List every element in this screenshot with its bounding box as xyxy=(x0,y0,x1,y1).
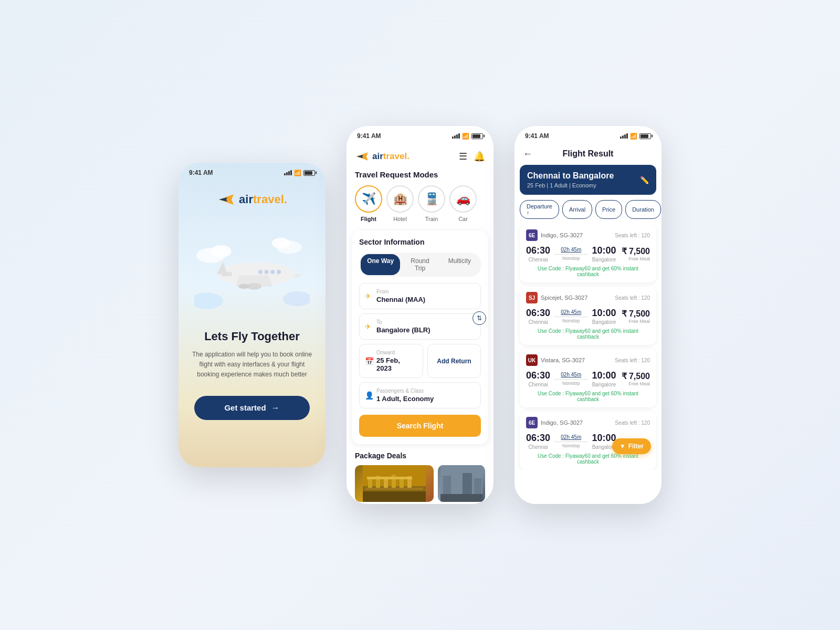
splash-description: The application will help you to book on… xyxy=(189,350,315,380)
travel-modes-title: Travel Request Modes xyxy=(346,170,494,179)
car-icon: 🚗 xyxy=(456,192,470,206)
flight-card-2[interactable]: SJ Spicejet, SG-3027 Seats left : 120 06… xyxy=(520,287,656,345)
status-icons-1: 📶 xyxy=(284,170,315,176)
mode-train[interactable]: 🚆 Train xyxy=(418,185,445,222)
svg-point-13 xyxy=(265,270,269,274)
package-image-1[interactable] xyxy=(355,465,434,502)
swap-button[interactable]: ⇅ xyxy=(472,311,486,325)
mode-car[interactable]: 🚗 Car xyxy=(449,185,477,222)
flight-mode-label: Flight xyxy=(361,216,376,222)
signal-icon-3 xyxy=(620,133,628,139)
mode-flight[interactable]: ✈️ Flight xyxy=(355,185,382,222)
menu-icon[interactable]: ☰ xyxy=(459,151,467,162)
logo-text: airtravel. xyxy=(239,193,287,206)
to-field[interactable]: ✈ To Bangalore (BLR) xyxy=(359,313,481,340)
from-field[interactable]: ✈ From Chennai (MAA) xyxy=(359,283,481,309)
time-2: 9:41 AM xyxy=(357,132,381,140)
train-mode-label: Train xyxy=(425,216,438,222)
travel-modes: ✈️ Flight 🏨 Hotel 🚆 Train 🚗 Ca xyxy=(346,185,494,222)
promo-1: Use Code : Flyaway60 and get 60% instant… xyxy=(526,266,650,277)
flight-card-3[interactable]: UK Vistara, SG-3027 Seats left : 120 06:… xyxy=(520,349,656,407)
status-bar-2: 9:41 AM 📶 xyxy=(346,126,494,143)
package-title: Package Deals xyxy=(355,452,485,460)
svg-rect-22 xyxy=(368,478,372,489)
time-3: 9:41 AM xyxy=(525,132,549,140)
train-mode-icon-wrap: 🚆 xyxy=(418,185,445,213)
time-1: 9:41 AM xyxy=(189,169,213,176)
person-icon: 👤 xyxy=(365,391,374,400)
sector-title: Sector Information xyxy=(359,238,481,246)
onward-date-field[interactable]: 📅 Onward 25 Feb, 2023 xyxy=(359,344,423,378)
filter-arrival[interactable]: Arrival xyxy=(562,200,592,219)
airline-name-1: Indigo, SG-3027 xyxy=(541,232,583,238)
passengers-label: Passengers & Class xyxy=(376,388,474,394)
onward-value: 25 Feb, 2023 xyxy=(376,356,416,372)
route-details: 25 Feb | 1 Adult | Economy xyxy=(527,182,614,188)
tab-round-trip[interactable]: Round Trip xyxy=(400,254,439,275)
airline-name-4: Indigo, SG-3027 xyxy=(541,419,583,426)
plane-illustration xyxy=(194,219,310,324)
price-2: ₹ 7,500 Free Meal xyxy=(622,309,650,324)
splash-content: airtravel. xyxy=(178,180,326,463)
plane-svg xyxy=(194,219,310,324)
route-name: Chennai to Bangalore xyxy=(527,171,614,181)
hotel-mode-label: Hotel xyxy=(393,216,407,222)
filter-icon: ▼ xyxy=(620,443,626,450)
flight-card-4-top: 6E Indigo, SG-3027 Seats left : 120 xyxy=(526,417,650,428)
signal-icon xyxy=(284,170,292,175)
signal-icon-2 xyxy=(452,133,460,139)
price-1: ₹ 7,500 Free Meal xyxy=(622,246,650,261)
onward-label: Onward xyxy=(376,350,416,355)
filter-price[interactable]: Price xyxy=(595,200,622,219)
seats-left-1: Seats left : 120 xyxy=(615,233,650,238)
flight-line-4 xyxy=(554,442,587,442)
promo-2: Use Code : Flyaway60 and get 60% instant… xyxy=(526,328,650,340)
date-row: 📅 Onward 25 Feb, 2023 Add Return xyxy=(359,344,481,382)
bell-icon[interactable]: 🔔 xyxy=(474,151,485,162)
get-started-button[interactable]: Get started → xyxy=(194,396,310,420)
svg-point-5 xyxy=(272,238,290,248)
tab-one-way[interactable]: One Way xyxy=(361,254,400,275)
package-section: Package Deals xyxy=(346,444,494,502)
car-mode-label: Car xyxy=(458,216,468,222)
arrow-right-icon: → xyxy=(271,403,280,413)
wifi-icon: 📶 xyxy=(294,170,301,176)
svg-rect-26 xyxy=(400,478,404,489)
page-title: Flight Result xyxy=(563,149,614,159)
flight-card-4[interactable]: 6E Indigo, SG-3027 Seats left : 120 06:3… xyxy=(520,412,656,470)
depart-2: 06:30 Chennai xyxy=(526,308,550,325)
duration-3: 02h 45m Nonstop xyxy=(550,372,592,386)
search-flight-button[interactable]: Search Flight xyxy=(359,415,481,437)
battery-icon xyxy=(303,170,315,176)
results-screen: 9:41 AM 📶 ← Flight Result xyxy=(514,126,662,504)
seats-left-2: Seats left : 120 xyxy=(615,295,650,301)
brand-logo-icon xyxy=(355,149,370,164)
flight-route-3: 06:30 Chennai 02h 45m Nonstop 10:00 Bang… xyxy=(526,370,650,387)
back-button[interactable]: ← xyxy=(523,149,532,160)
return-date-field[interactable]: Add Return xyxy=(427,344,481,378)
flight-card-1[interactable]: 6E Indigo, SG-3027 Seats left : 120 06:3… xyxy=(520,224,656,282)
filter-departure[interactable]: Departure ↑ xyxy=(520,200,559,219)
tab-multicity[interactable]: Multicity xyxy=(440,254,479,275)
svg-point-14 xyxy=(270,270,275,274)
airline-info-3: UK Vistara, SG-3027 xyxy=(526,354,585,366)
package-image-2[interactable] xyxy=(438,465,485,502)
flight-card-1-top: 6E Indigo, SG-3027 Seats left : 120 xyxy=(526,229,650,241)
passengers-field[interactable]: 👤 Passengers & Class 1 Adult, Economy xyxy=(359,382,481,408)
hotel-icon: 🏨 xyxy=(393,192,407,206)
from-to-section: ✈ From Chennai (MAA) ⇅ ✈ To Bangalore (B… xyxy=(359,283,481,340)
flight-card-3-top: UK Vistara, SG-3027 Seats left : 120 xyxy=(526,354,650,366)
airline-info-4: 6E Indigo, SG-3027 xyxy=(526,417,583,428)
edit-icon[interactable]: ✏️ xyxy=(640,176,649,184)
seats-left-3: Seats left : 120 xyxy=(615,358,650,363)
filter-duration[interactable]: Duration xyxy=(625,200,661,219)
results-header: ← Flight Result xyxy=(514,143,662,165)
battery-icon-3 xyxy=(639,133,651,139)
filter-button[interactable]: ▼ Filter xyxy=(612,438,651,454)
package-ruins-svg xyxy=(355,465,434,502)
airline-info-1: 6E Indigo, SG-3027 xyxy=(526,229,583,241)
svg-point-3 xyxy=(211,245,231,258)
svg-rect-29 xyxy=(365,488,423,490)
mode-hotel[interactable]: 🏨 Hotel xyxy=(386,185,414,222)
duration-2: 02h 45m Nonstop xyxy=(550,309,592,323)
